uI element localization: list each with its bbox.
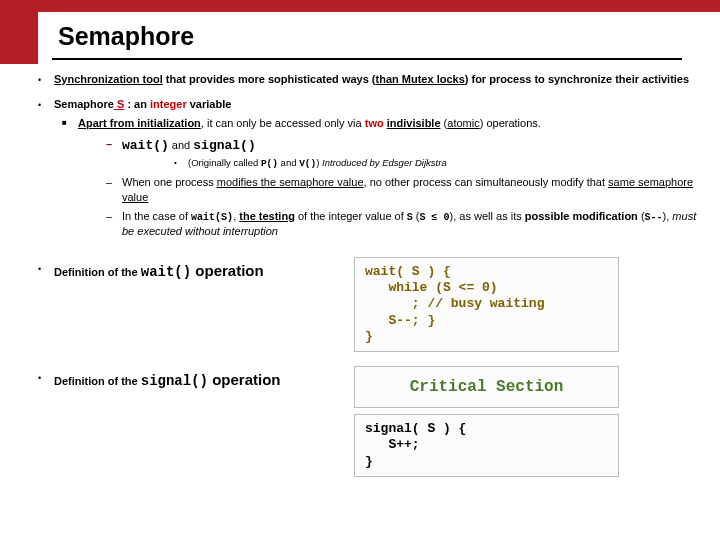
slide-title: Semaphore (58, 22, 194, 51)
bullet-sync-tool: • Synchronization tool that provides mor… (38, 72, 698, 87)
txt: atomic (447, 117, 479, 129)
txt: modifies the semaphore value (217, 176, 364, 188)
txt: , no other process can simultaneously mo… (364, 176, 609, 188)
txt: ) for process to synchronize their activ… (465, 73, 689, 85)
bullet-dash: – (106, 209, 122, 239)
code-critical-section: Critical Section (354, 366, 619, 408)
top-red-bar (0, 0, 720, 12)
txt: and (169, 139, 193, 151)
txt: signal() (141, 373, 208, 389)
txt: Introduced by Edsger Dijkstra (322, 157, 447, 168)
code-wait: wait( S ) { while (S <= 0) ; // busy wai… (354, 257, 619, 352)
bullet-square: ■ (62, 116, 78, 239)
txt: Synchronization tool (54, 73, 163, 85)
txt: wait(S) (191, 212, 233, 223)
txt: When one process (122, 176, 217, 188)
txt-signal: signal() (193, 138, 255, 153)
bullet-dot: • (38, 366, 54, 384)
txt: of the integer value of (295, 210, 407, 222)
txt: P() (261, 158, 278, 169)
txt: : an (124, 98, 150, 110)
txt: than Mutex locks (376, 73, 465, 85)
txt-wait: wait() (122, 138, 169, 153)
txt: the testing (239, 210, 295, 222)
txt: operation (208, 371, 281, 388)
txt: ( (638, 210, 645, 222)
txt: Semaphore (54, 98, 114, 110)
bullet-ops: – wait() and signal() • (Originally call… (106, 137, 698, 171)
txt: ), (663, 210, 673, 222)
bullet-in-case-wait: – In the case of wait(S), the testing of… (106, 209, 698, 239)
txt: S ≤ 0 (420, 212, 450, 223)
slide-content: • Synchronization tool that provides mor… (38, 72, 698, 477)
txt: ), as well as its (450, 210, 525, 222)
bullet-dot: • (38, 97, 54, 239)
def-wait-label: Definition of the wait() operation (54, 257, 354, 282)
bullet-dot: • (38, 257, 54, 275)
bullet-apart-init: ■ Apart from initialization, it can only… (62, 116, 698, 239)
txt: , it can only be accessed only via (201, 117, 365, 129)
txt: Apart from initialization (78, 117, 201, 129)
txt: Definition of the (54, 266, 141, 278)
def-wait-row: • Definition of the wait() operation wai… (38, 257, 698, 352)
left-red-corner (0, 0, 38, 64)
def-signal-label: Definition of the signal() operation (54, 366, 354, 391)
txt: and (278, 157, 299, 168)
txt: S-- (645, 212, 663, 223)
txt: wait() (141, 264, 191, 280)
txt: (Originally called (188, 157, 261, 168)
txt: ( (413, 210, 420, 222)
txt: S (114, 98, 124, 110)
txt: possible modification (525, 210, 638, 222)
txt: ) operations. (480, 117, 541, 129)
bullet-dash: – (106, 175, 122, 205)
txt: operation (191, 262, 264, 279)
bullet-semaphore-def: • Semaphore S : an integer variable ■ Ap… (38, 97, 698, 239)
bullet-origin: • (Originally called P() and V()) Introd… (174, 157, 698, 171)
txt: V() (299, 158, 316, 169)
bullet-dash: – (106, 137, 122, 171)
txt: integer (150, 98, 187, 110)
def-signal-row: • Definition of the signal() operation C… (38, 366, 698, 477)
code-signal: signal( S ) { S++; } (354, 414, 619, 477)
bullet-dot: • (174, 157, 188, 171)
txt: Definition of the (54, 375, 141, 387)
txt: variable (187, 98, 232, 110)
bullet-when-modifies: – When one process modifies the semaphor… (106, 175, 698, 205)
txt: In the case of (122, 210, 191, 222)
txt: that provides more sophisticated ways ( (163, 73, 376, 85)
txt: indivisible (387, 117, 441, 129)
title-underline (52, 58, 682, 60)
txt: two (365, 117, 384, 129)
bullet-dot: • (38, 72, 54, 87)
